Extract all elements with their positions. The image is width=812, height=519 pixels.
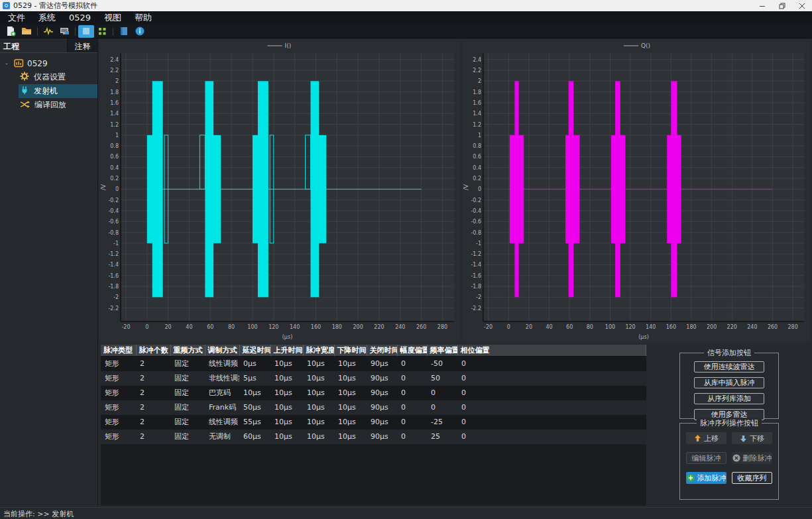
open-folder-icon[interactable]	[19, 25, 34, 38]
grid-view-icon[interactable]	[94, 25, 110, 38]
table-row-1[interactable]: 矩形2固定非线性调频5µs10µs10µs10µs90µs0500	[101, 371, 646, 386]
tree-root-project[interactable]: -0529	[0, 56, 97, 70]
arrow-up-icon	[694, 435, 701, 442]
add-pulse-button[interactable]: 添加脉冲	[686, 472, 726, 484]
svg-text:0.8: 0.8	[473, 143, 481, 149]
svg-text:0.2: 0.2	[110, 176, 119, 182]
display-view-icon[interactable]	[78, 25, 94, 38]
table-cell: 90µs	[367, 357, 397, 371]
table-row-0[interactable]: 矩形2固定线性调频0µs10µs10µs10µs90µs0-500	[101, 357, 646, 371]
collect-sequence-button[interactable]: 收藏序列	[732, 472, 772, 484]
signal-add-group: 信号添加按钮 使用连续波雷达从库中插入脉冲从序列库添加使用多雷达	[679, 353, 779, 419]
edit-pulse-button[interactable]: 编辑脉冲	[686, 452, 726, 464]
table-cell: 0	[457, 371, 646, 386]
close-button[interactable]	[792, 0, 812, 11]
svg-text:2.4: 2.4	[473, 57, 481, 63]
app-window: 0529 - 雷达信号模拟软件 文件系统0529视图帮助	[0, 0, 812, 519]
table-cell: 5µs	[239, 371, 270, 386]
column-header-10[interactable]: 频率偏置	[427, 345, 457, 357]
svg-text:-1.2: -1.2	[471, 251, 481, 257]
expander-icon[interactable]: -	[5, 59, 11, 68]
svg-text:0.4: 0.4	[110, 165, 119, 171]
pulse-sequence-group: 脉冲序列操作按钮 上移 下移 编辑脉冲 删除脉冲 添加脉冲 收藏序列	[679, 423, 779, 500]
svg-text:-1.8: -1.8	[108, 284, 119, 290]
column-header-3[interactable]: 调制方式	[205, 345, 239, 357]
move-down-button[interactable]: 下移	[732, 432, 772, 444]
table-row-3[interactable]: 矩形2固定Frank码50µs10µs10µs10µs90µs000	[101, 400, 646, 415]
table-cell: 90µs	[367, 386, 397, 400]
i-signal-chart: -200204060801001201401601802002202402602…	[99, 40, 461, 343]
table-cell: 固定	[170, 371, 205, 386]
svg-text:140: 140	[290, 324, 300, 330]
table-cell: 线性调频	[205, 415, 239, 430]
column-header-1[interactable]: 脉冲个数	[136, 345, 170, 357]
svg-text:-0.2: -0.2	[471, 198, 481, 203]
table-cell: 0	[457, 357, 646, 371]
tree-item-0[interactable]: 仪器设置	[19, 70, 97, 84]
table-cell: 10µs	[334, 357, 367, 371]
menu-item-2[interactable]: 0529	[62, 11, 97, 25]
svg-text:0.6: 0.6	[110, 154, 119, 160]
table-cell: 0	[457, 415, 646, 430]
svg-text:120: 120	[625, 324, 635, 330]
column-header-5[interactable]: 上升时间	[270, 345, 303, 357]
svg-text:-1.6: -1.6	[108, 273, 119, 279]
delete-pulse-button[interactable]: 删除脉冲	[732, 452, 772, 464]
menu-item-3[interactable]: 视图	[97, 11, 128, 25]
table-cell: 25	[427, 430, 457, 444]
column-header-2[interactable]: 重频方式	[170, 345, 205, 357]
signal-add-button-0[interactable]: 使用连续波雷达	[694, 361, 764, 373]
tree-root-label: 0529	[27, 59, 48, 68]
table-cell: 90µs	[367, 371, 397, 386]
table-cell: 矩形	[101, 357, 136, 371]
table-cell: -50	[427, 357, 457, 371]
table-cell: 固定	[170, 386, 205, 400]
svg-text:180: 180	[686, 324, 696, 330]
column-header-8[interactable]: 关闭时间	[367, 345, 397, 357]
add-icon	[687, 474, 695, 482]
svg-text:20: 20	[165, 324, 172, 330]
table-row-2[interactable]: 矩形2固定巴克码10µs10µs10µs10µs90µs000	[101, 386, 646, 400]
menu-item-0[interactable]: 文件	[1, 11, 32, 25]
table-cell: 0	[427, 400, 457, 415]
menu-item-4[interactable]: 帮助	[128, 11, 158, 25]
table-cell: 固定	[170, 357, 205, 371]
column-header-0[interactable]: 脉冲类型	[101, 345, 136, 357]
svg-text:-1.6: -1.6	[471, 273, 481, 279]
move-up-button[interactable]: 上移	[686, 432, 726, 444]
info-icon[interactable]	[132, 25, 148, 38]
tab-comment[interactable]: 注释	[67, 38, 97, 52]
tree-item-2[interactable]: 编译回放	[19, 98, 97, 112]
svg-text:1.8: 1.8	[110, 89, 119, 95]
tab-project[interactable]: 工程	[0, 38, 67, 52]
project-icon	[14, 58, 24, 70]
table-cell: 10µs	[303, 386, 334, 400]
table-row-4[interactable]: 矩形2固定线性调频55µs10µs10µs10µs90µs0-250	[101, 415, 646, 430]
menu-item-1[interactable]: 系统	[32, 11, 62, 25]
svg-text:2.4: 2.4	[110, 57, 119, 63]
new-file-icon[interactable]	[3, 25, 19, 38]
signal-add-button-1[interactable]: 从库中插入脉冲	[694, 377, 764, 388]
restore-button[interactable]	[772, 0, 792, 11]
waveform-icon[interactable]	[40, 25, 56, 38]
svg-text:40: 40	[546, 324, 552, 330]
report-icon[interactable]	[116, 25, 132, 38]
tree-item-1[interactable]: 发射机	[19, 84, 97, 98]
device-export-icon[interactable]	[56, 25, 72, 38]
delete-icon	[732, 454, 740, 462]
table-cell: 10µs	[270, 386, 303, 400]
signal-add-group-title: 信号添加按钮	[704, 348, 754, 358]
table-cell: 0	[397, 386, 427, 400]
svg-text:160: 160	[666, 324, 676, 330]
column-header-4[interactable]: 延迟时间	[239, 345, 270, 357]
table-cell: 2	[136, 386, 170, 400]
column-header-11[interactable]: 相位偏置	[457, 345, 646, 357]
table-row-5[interactable]: 矩形2固定无调制60µs10µs10µs10µs90µs0250	[101, 430, 646, 444]
svg-text:260: 260	[768, 324, 778, 330]
signal-add-button-2[interactable]: 从序列库添加	[694, 393, 764, 404]
column-header-9[interactable]: 幅度偏置	[397, 345, 427, 357]
minimize-button[interactable]	[752, 0, 772, 11]
column-header-7[interactable]: 下降时间	[334, 345, 367, 357]
column-header-6[interactable]: 脉冲宽度	[303, 345, 334, 357]
svg-text:0: 0	[478, 186, 481, 192]
